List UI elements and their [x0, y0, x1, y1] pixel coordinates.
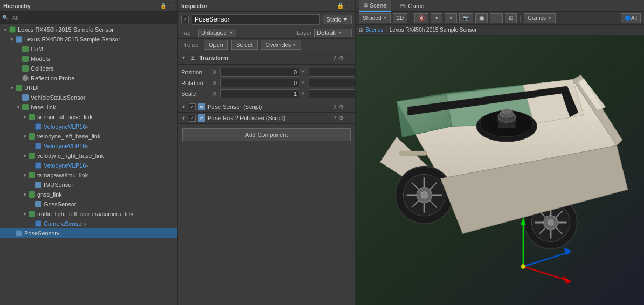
scene-3d-view[interactable]	[356, 36, 644, 305]
pose-ros2-help-icon[interactable]: ?	[333, 115, 336, 121]
tree-item-traffic-camera[interactable]: traffic_light_left_camera/camera_link	[0, 209, 177, 219]
pose-sensor-help-icon[interactable]: ?	[333, 103, 336, 110]
search-input[interactable]	[11, 14, 175, 22]
tree-item-urdf[interactable]: URDF	[0, 83, 177, 93]
tree-item-velodyne1[interactable]: VelodyneVLP16 ▶	[0, 122, 177, 131]
transform-arrow-icon: ▼	[181, 55, 186, 60]
static-arrow-icon: ▼	[342, 16, 348, 23]
svg-point-41	[521, 264, 525, 268]
tree-item-gnss-link[interactable]: gnss_link	[0, 190, 177, 199]
tree-item-tamagawa[interactable]: tamagawa/imu_link	[0, 170, 177, 180]
transform-icon: ⊞	[189, 53, 197, 62]
velodyne2-icon	[34, 142, 42, 150]
pose-ros2-settings-icon[interactable]: ⚙	[338, 115, 344, 122]
tree-item-label: PoseSensor	[24, 230, 57, 237]
grid-button[interactable]: ⊞	[505, 13, 517, 23]
pose-sensor-script-title: Pose Sensor (Script)	[207, 103, 331, 110]
rotation-y-input[interactable]	[309, 79, 355, 87]
static-button[interactable]: Static ▼	[323, 15, 352, 24]
extra-icon: ⋯	[494, 15, 499, 21]
pose-sensor-settings-icon[interactable]: ⚙	[338, 103, 344, 110]
tab-scene[interactable]: ⊞ Scene	[359, 0, 391, 12]
transform-title: Transform	[199, 54, 331, 61]
pose-sensor-script-header[interactable]: ▼ ✓ # Pose Sensor (Script) ? ⚙ ⋮	[178, 101, 355, 113]
all-label-btn[interactable]: 🔵 All	[621, 13, 641, 23]
tree-item-label: Models	[31, 56, 50, 62]
tag-label: Tag	[181, 30, 196, 36]
tree-item-reflection-probe[interactable]: Reflection Probe	[0, 73, 177, 83]
tag-dropdown[interactable]: Untagged ▼	[198, 29, 236, 37]
transform-menu-icon[interactable]: ⋮	[346, 54, 352, 61]
inspector-menu-icon[interactable]: ⋮	[347, 3, 352, 9]
audio-off-button[interactable]: 🔇	[414, 13, 428, 23]
rotation-x-input[interactable]	[220, 79, 299, 87]
pose-ros2-script-header[interactable]: ▼ ✓ # Pose Ros 2 Publisher (Script) ? ⚙ …	[178, 113, 355, 124]
gizmos-dropdown[interactable]: Gizmos ▼	[524, 13, 556, 23]
inspector-lock-icon[interactable]: 🔒	[337, 2, 344, 9]
tree-item-vehicle-sensor[interactable]: VehicleStatusSensor	[0, 93, 177, 102]
extra-button[interactable]: ⋯	[490, 13, 503, 23]
tree-item-velodyne2[interactable]: VelodyneVLP16 ▶	[0, 141, 177, 151]
transform-help-icon[interactable]: ?	[333, 54, 336, 61]
transform-component-header[interactable]: ▼ ⊞ Transform ? ⚙ ⋮	[178, 51, 355, 65]
tree-item-velodyne3[interactable]: VelodyneVLP16 ▶	[0, 161, 177, 170]
hierarchy-lock-icon[interactable]: 🔒	[160, 3, 167, 9]
tree-item-colliders[interactable]: Colliders	[0, 64, 177, 73]
arrow-gnss-link	[22, 191, 28, 198]
shaded-chevron-icon: ▼	[383, 16, 387, 20]
object-active-checkbox[interactable]	[181, 16, 189, 23]
select-prefab-button[interactable]: Select	[231, 40, 258, 50]
transform-settings-icon[interactable]: ⚙	[338, 54, 344, 61]
tree-item-pose-sensor[interactable]: PoseSensor ▶	[0, 228, 177, 238]
2d-button[interactable]: 2D	[393, 13, 407, 23]
tree-item-lexus-main[interactable]: Lexus RX450h 2015 Sample Sensor	[0, 34, 177, 44]
tree-item-models[interactable]: Models	[0, 54, 177, 64]
tree-item-camera-sensor[interactable]: CameraSensor ▶	[0, 219, 177, 228]
overrides-chevron-icon: ▼	[292, 43, 296, 47]
scene-toolbar: Shaded ▼ 2D 🔇 ✦ ☀ 📷 ▣ ⋯	[356, 12, 644, 25]
camera-button[interactable]: 📷	[459, 13, 473, 23]
scale-y-input[interactable]	[309, 89, 355, 98]
traffic-camera-icon	[28, 210, 36, 218]
pose-ros2-menu-icon[interactable]: ⋮	[346, 115, 352, 122]
position-x-input[interactable]	[220, 68, 299, 77]
add-component-button[interactable]: Add Component	[182, 128, 351, 141]
tab-game[interactable]: 🎮 Game	[395, 0, 428, 12]
breadcrumb-scenes[interactable]: Scenes	[365, 27, 383, 33]
ui-button[interactable]: ▣	[475, 13, 488, 23]
layer-dropdown[interactable]: Default ▼	[314, 29, 352, 37]
all-label: All	[631, 15, 637, 21]
position-y-field: Y	[301, 68, 355, 77]
object-name-input[interactable]	[192, 14, 320, 25]
pose-ros2-controls: ? ⚙ ⋮	[333, 115, 352, 122]
prefab-icon	[15, 36, 23, 43]
tree-item-label: CoM	[31, 46, 43, 52]
svg-marker-4	[523, 80, 584, 124]
pose-sensor-checkbox[interactable]: ✓	[189, 103, 196, 110]
light-icon: ☀	[448, 15, 453, 21]
shaded-dropdown[interactable]: Shaded ▼	[359, 13, 391, 23]
pose-sensor-menu-icon[interactable]: ⋮	[346, 103, 352, 110]
tree-item-imu-sensor[interactable]: IMUSensor	[0, 180, 177, 190]
position-label: Position	[181, 69, 211, 75]
tree-item-sensor-kit[interactable]: sensor_kit_base_link	[0, 112, 177, 122]
tree-item-velodyne-right[interactable]: velodyne_right_base_link	[0, 151, 177, 161]
position-y-input[interactable]	[309, 68, 355, 77]
light-button[interactable]: ☀	[445, 13, 457, 23]
arrow-base-link	[15, 104, 22, 110]
scale-y-field: Y	[301, 89, 355, 98]
tree-item-label: CameraSensor	[44, 220, 84, 227]
overrides-button[interactable]: Overrides ▼	[261, 40, 302, 50]
tree-item-gnss-sensor[interactable]: GnssSensor	[0, 199, 177, 209]
tree-item-velodyne-left[interactable]: velodyne_left_base_link	[0, 131, 177, 141]
rotation-row: Rotation X Y Z	[178, 78, 355, 88]
svg-rect-15	[399, 151, 427, 155]
scale-x-input[interactable]	[220, 89, 299, 98]
effects-button[interactable]: ✦	[431, 13, 442, 23]
tree-item-com[interactable]: CoM	[0, 44, 177, 54]
tree-item-root-sensor[interactable]: Lexus RX450h 2015 Sample Sensor	[0, 25, 177, 34]
open-prefab-button[interactable]: Open	[204, 40, 228, 50]
pose-ros2-checkbox[interactable]: ✓	[189, 115, 196, 122]
hierarchy-menu-icon[interactable]: ⋮	[169, 3, 174, 9]
tree-item-base-link[interactable]: base_link	[0, 102, 177, 112]
